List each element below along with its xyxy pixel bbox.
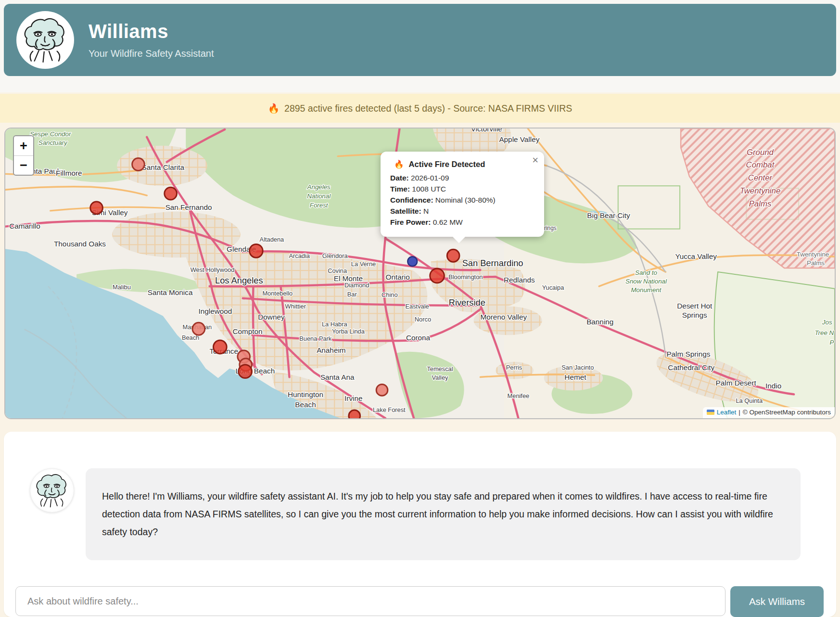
- map-label: Yorba Linda: [332, 328, 365, 335]
- map-label: Buena Park: [299, 335, 332, 342]
- leaflet-link[interactable]: Leaflet: [717, 409, 737, 416]
- map-label: Chino: [382, 291, 398, 298]
- map-label: San Bernardino: [462, 258, 523, 268]
- fire-marker[interactable]: [132, 158, 145, 171]
- map-label: Bloomington: [448, 273, 483, 281]
- map-label: La Quinta: [736, 397, 763, 404]
- page-title: Williams: [89, 21, 214, 42]
- map-label: Malibu: [113, 283, 131, 291]
- map-label: Desert Hot: [677, 301, 713, 309]
- composer: Ask Williams: [15, 586, 824, 617]
- active-fires-banner: 🔥 2895 active fires detected (last 5 day…: [0, 94, 840, 123]
- ukraine-flag-icon: [707, 410, 714, 415]
- map-label: Yucca Valley: [675, 252, 717, 260]
- map-label: Twentynine: [797, 251, 829, 258]
- assistant-avatar: [30, 468, 74, 513]
- map-label: Altadena: [260, 236, 284, 243]
- fire-marker[interactable]: [165, 187, 177, 200]
- map[interactable]: VictorvilleApple ValleySespe CondorSanct…: [4, 128, 836, 419]
- map-label: Anaheim: [317, 346, 345, 354]
- map-label: Thousand Oaks: [54, 240, 106, 248]
- blue-marker[interactable]: [407, 257, 417, 266]
- map-label: Springs: [682, 311, 707, 319]
- map-label: Menifee: [508, 392, 530, 399]
- attribution-divider: |: [738, 409, 740, 416]
- map-label: Camarillo: [9, 222, 40, 230]
- fire-icon: 🔥: [394, 160, 404, 169]
- popup-field: Time: 1008 UTC: [390, 184, 535, 195]
- map-label: Palm Springs: [666, 350, 710, 358]
- map-label: National: [307, 193, 331, 200]
- map-label: Victorville: [471, 129, 502, 133]
- map-label: Eastvale: [405, 302, 429, 309]
- map-label: Irvine: [344, 394, 362, 402]
- map-label: Palms: [749, 199, 772, 208]
- map-label: Montebello: [262, 290, 293, 297]
- map-label: Cathedral City: [668, 363, 714, 372]
- map-label: Ground: [747, 148, 774, 157]
- map-label: P: [830, 339, 834, 346]
- map-label: Moreno Valley: [480, 313, 527, 321]
- map-label: San Fernando: [165, 203, 212, 211]
- map-label: Apple Valley: [499, 135, 539, 143]
- banner-text: 2895 active fires detected (last 5 days)…: [284, 103, 572, 114]
- map-label: Valley: [432, 373, 448, 381]
- fire-marker[interactable]: [250, 244, 263, 257]
- map-label: Jos: [822, 319, 832, 326]
- ask-williams-button[interactable]: Ask Williams: [730, 586, 824, 617]
- map-label: Los Angeles: [215, 275, 263, 285]
- map-label: Center: [748, 173, 773, 182]
- popup-fields: Date: 2026-01-09Time: 1008 UTCConfidence…: [390, 173, 535, 228]
- map-label: Indio: [765, 382, 781, 390]
- app-header: Williams Your Wildfire Safety Assistant: [4, 4, 836, 76]
- fire-marker[interactable]: [376, 384, 388, 396]
- map-label: Angeles: [307, 183, 331, 191]
- map-label: Banning: [586, 318, 613, 326]
- map-label: Redlands: [504, 276, 535, 284]
- header-text: Williams Your Wildfire Safety Assistant: [89, 21, 214, 59]
- map-label: Inglewood: [199, 307, 232, 315]
- map-label: Yucaipa: [542, 284, 564, 291]
- fire-marker[interactable]: [192, 322, 205, 335]
- map-label: Fillmore: [56, 169, 82, 177]
- map-label: Glendora: [322, 252, 348, 259]
- page-subtitle: Your Wildfire Safety Assistant: [89, 48, 214, 59]
- map-label: Big Bear City: [587, 211, 630, 219]
- chat-panel: Hello there! I'm Williams, your wildfire…: [4, 432, 836, 617]
- fire-icon: 🔥: [268, 103, 280, 114]
- map-label: West Hollywood: [191, 266, 235, 273]
- map-label: Santa Clarita: [142, 163, 185, 171]
- map-label: Beach: [295, 400, 316, 409]
- map-label: La Verne: [351, 260, 376, 268]
- map-label: La Habra: [322, 321, 348, 328]
- map-label: Perris: [506, 364, 522, 371]
- map-label: Arcadia: [289, 252, 310, 259]
- map-attribution: Leaflet | © OpenStreetMap contributors: [703, 407, 835, 418]
- popup-field: Satellite: N: [390, 206, 535, 217]
- map-label: Compton: [233, 327, 263, 335]
- fire-marker[interactable]: [90, 202, 103, 214]
- map-label: Temescal: [427, 365, 453, 373]
- osm-attribution: © OpenStreetMap contributors: [743, 409, 831, 416]
- map-label: Tree N: [815, 329, 834, 336]
- map-label: Hemet: [564, 373, 586, 381]
- map-label: Ontario: [386, 273, 410, 281]
- fire-marker[interactable]: [430, 269, 445, 283]
- williams-avatar: [16, 11, 74, 69]
- map-label: Forest: [310, 202, 329, 209]
- map-label: Santa Ana: [320, 373, 355, 381]
- assistant-message-row: Hello there! I'm Williams, your wildfire…: [4, 432, 836, 560]
- wind-face-icon: [32, 470, 72, 511]
- zoom-out-button[interactable]: −: [14, 155, 33, 175]
- map-label: Sand to: [635, 269, 657, 276]
- fire-marker[interactable]: [239, 365, 252, 378]
- fire-marker[interactable]: [349, 410, 360, 418]
- question-input[interactable]: [15, 586, 725, 616]
- zoom-in-button[interactable]: +: [14, 136, 33, 155]
- map-label: Bar: [347, 291, 357, 298]
- wind-face-icon: [18, 13, 72, 67]
- fire-marker[interactable]: [213, 340, 227, 354]
- popup-close-icon[interactable]: ×: [532, 155, 538, 166]
- zoom-control: + −: [13, 135, 34, 176]
- fire-marker[interactable]: [447, 249, 459, 262]
